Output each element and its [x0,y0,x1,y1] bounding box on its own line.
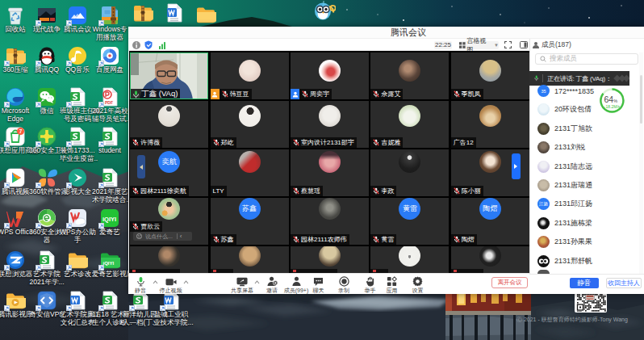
svg-text:↓18.2M/s: ↓18.2M/s [604,104,621,109]
svg-text:PDF: PDF [105,100,113,105]
svg-text:iQIYI: iQIYI [103,261,115,266]
svg-text:iQIYI: iQIYI [102,216,116,223]
svg-text:7: 7 [19,128,23,134]
